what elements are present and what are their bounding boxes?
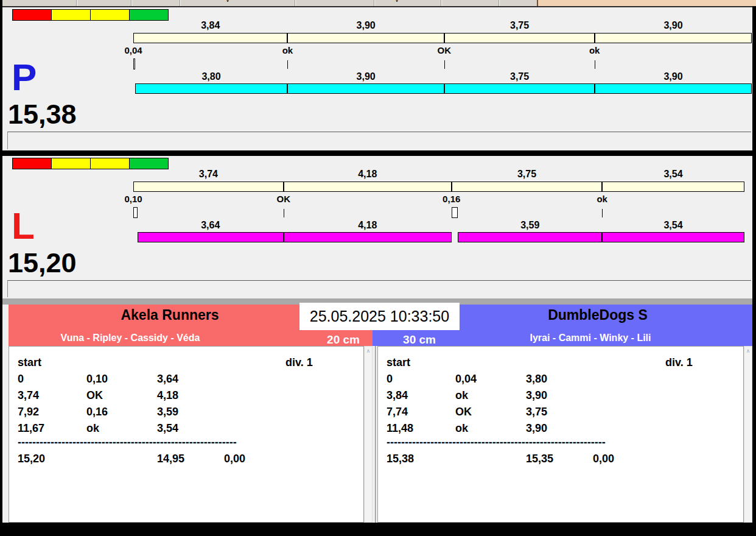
log-cell: 3,90 [526,423,547,434]
crossing-bar-segment [284,182,452,192]
split-time-label: 3,90 [357,20,376,31]
start-light-2 [90,158,130,169]
log-cell: 3,64 [157,373,178,384]
lane-total-time: 15,20 [8,249,77,277]
window-border [0,523,756,536]
start-light-0 [12,9,52,21]
crossing-bar-segment [444,33,595,43]
team-name: Akela Runners [121,307,219,323]
log-cell: 3,84 [387,390,408,401]
fault-box [133,207,138,218]
log-start-label: start [387,357,410,368]
lane-status-strip [7,132,751,149]
teams-section: Akela Runners Vuna - Ripley - Cassidy - … [2,305,752,523]
chevron-down-icon[interactable]: ∨ [225,0,230,4]
pass-marker-label: 0,10 [124,194,142,204]
run-log-left: startdiv. 100,103,643,74OK4,187,920,163,… [9,346,364,523]
crossing-bar-segment [287,33,444,43]
start-light-1 [51,158,91,169]
race-timing-window: ∨ ∨ P 15,38 3,843,903,753,900,04okOKok3,… [0,0,756,536]
dog-time-label: 3,59 [520,220,539,231]
crossing-bar-segment [602,182,744,192]
log-cell: 3,74 [18,390,39,401]
lane-total-time: 15,38 [8,100,77,128]
split-time-label: 3,84 [201,20,220,31]
dog-time-label: 4,18 [358,220,377,231]
start-light-1 [51,9,91,21]
log-cell: OK [455,406,472,417]
toolbar-separator [499,0,500,6]
dog-time-segment [284,232,452,242]
start-light-0 [12,158,52,169]
pass-tick [287,60,288,69]
pass-marker-label: 0,04 [124,45,142,55]
toolbar-separator [76,0,77,6]
log-total: 0,00 [593,453,614,464]
toolbar-separator [180,0,181,6]
toolbar[interactable]: ∨ ∨ [2,0,537,6]
dog-time-label: 3,64 [201,220,220,231]
crossing-bar-segment [595,33,751,43]
log-total: 15,35 [526,453,553,464]
scroll-up-icon[interactable]: ∧ [744,348,752,354]
lane-status-strip [7,280,751,297]
split-time-label: 4,18 [358,169,377,180]
lane-timeline: 3,843,903,753,900,04okOKok3,803,903,753,… [133,7,752,105]
team-dogs: Vuna - Ripley - Cassidy - Véda [61,333,200,344]
pass-marker-label: ok [282,45,293,55]
log-cell: 11,48 [387,423,413,434]
dog-time-segment [138,232,284,242]
lane-L-panel: L 15,20 3,744,183,753,540,10OK0,16ok3,64… [2,156,752,298]
pass-marker-label: ok [597,194,607,204]
split-time-label: 3,75 [510,20,529,31]
pass-marker-label: OK [438,45,452,55]
jump-height-badge: 30 cm [403,333,436,347]
log-division: div. 1 [665,357,693,368]
lane-divider [2,150,752,156]
log-cell: OK [86,390,103,401]
dog-time-segment [444,83,595,94]
log-cell: 3,54 [157,423,178,434]
dog-time-label: 3,80 [201,71,220,82]
log-cell: 0 [18,373,24,384]
toolbar-separator [374,0,375,6]
log-cell: 4,18 [157,390,178,401]
dog-time-segment [458,232,602,242]
lane-P-panel: P 15,38 3,843,903,753,900,04okOKok3,803,… [2,7,752,150]
window-border [752,6,756,536]
date-time-display: 25.05.2025 10:33:50 [299,303,460,330]
log-total: 15,20 [18,453,45,464]
scrollbar[interactable]: ∧ [364,346,373,523]
crossing-bar-segment [133,182,284,192]
dog-time-label: 3,75 [510,71,529,82]
dog-time-segment [602,232,744,242]
log-separator: ----------------------------------------… [18,437,237,448]
pass-tick [595,60,595,69]
split-time-label: 3,75 [517,169,536,180]
toolbar-separator [295,0,296,6]
log-cell: ok [455,390,468,401]
crossing-bar-segment [133,33,287,43]
pass-tick [284,209,284,217]
pass-tick [444,60,445,69]
log-cell: ok [455,423,468,434]
log-cell: 0,10 [86,373,108,384]
dog-time-label: 3,90 [663,71,682,82]
jump-height-badge: 20 cm [327,333,360,347]
toolbar-separator [131,0,132,6]
scroll-up-icon[interactable]: ∧ [365,348,372,354]
log-separator: ----------------------------------------… [387,437,606,448]
split-time-label: 3,54 [663,169,682,180]
pass-tick [602,209,603,217]
dog-time-label: 3,90 [357,71,376,82]
scrollbar[interactable]: ∧ [744,346,752,523]
lane-letter: P [12,58,37,96]
chevron-down-icon[interactable]: ∨ [394,0,399,4]
log-cell: 3,90 [526,390,547,401]
log-start-label: start [18,357,41,368]
log-cell: 0,04 [455,373,477,384]
pass-marker-label: OK [277,194,291,204]
toolbar-separator [441,0,442,6]
log-cell: 7,74 [387,406,408,417]
log-cell: 3,59 [157,406,178,417]
